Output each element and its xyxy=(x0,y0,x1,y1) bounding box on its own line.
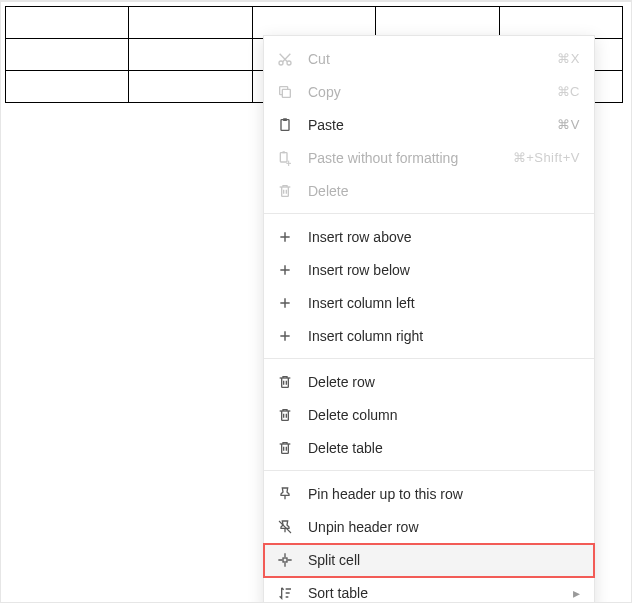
menu-item-pin-header[interactable]: Pin header up to this row xyxy=(264,477,594,510)
menu-separator xyxy=(264,470,594,471)
svg-rect-2 xyxy=(282,89,290,97)
svg-rect-5 xyxy=(280,152,287,161)
menu-item-paste[interactable]: Paste⌘V xyxy=(264,108,594,141)
menu-item-unpin-header[interactable]: Unpin header row xyxy=(264,510,594,543)
menu-item-label: Cut xyxy=(308,51,557,67)
svg-rect-3 xyxy=(281,119,289,130)
menu-item-shortcut: ⌘+Shift+V xyxy=(513,150,580,165)
trash-icon xyxy=(276,439,294,457)
cut-icon xyxy=(276,50,294,68)
plus-icon xyxy=(276,261,294,279)
menu-item-label: Sort table xyxy=(308,585,573,601)
menu-item-paste-plain: Paste without formatting⌘+Shift+V xyxy=(264,141,594,174)
menu-separator xyxy=(264,213,594,214)
svg-rect-4 xyxy=(283,118,287,121)
menu-item-delete: Delete xyxy=(264,174,594,207)
menu-item-label: Delete xyxy=(308,183,580,199)
svg-point-0 xyxy=(279,61,283,65)
submenu-arrow-icon: ▸ xyxy=(573,585,580,601)
menu-item-ins-row-above[interactable]: Insert row above xyxy=(264,220,594,253)
menu-item-label: Delete column xyxy=(308,407,580,423)
menu-separator xyxy=(264,358,594,359)
menu-item-label: Pin header up to this row xyxy=(308,486,580,502)
menu-item-split-cell[interactable]: Split cell xyxy=(264,543,594,576)
paste-plain-icon xyxy=(276,149,294,167)
menu-item-label: Insert column left xyxy=(308,295,580,311)
menu-item-sort-table[interactable]: Sort table▸ xyxy=(264,576,594,603)
trash-icon xyxy=(276,406,294,424)
menu-item-label: Copy xyxy=(308,84,557,100)
menu-item-label: Unpin header row xyxy=(308,519,580,535)
context-menu: Cut⌘XCopy⌘CPaste⌘VPaste without formatti… xyxy=(263,35,595,603)
menu-item-del-row[interactable]: Delete row xyxy=(264,365,594,398)
menu-item-copy: Copy⌘C xyxy=(264,75,594,108)
menu-item-label: Paste xyxy=(308,117,557,133)
menu-item-del-table[interactable]: Delete table xyxy=(264,431,594,464)
menu-item-shortcut: ⌘X xyxy=(557,51,580,66)
menu-item-label: Paste without formatting xyxy=(308,150,513,166)
menu-item-label: Insert column right xyxy=(308,328,580,344)
copy-icon xyxy=(276,83,294,101)
menu-item-del-col[interactable]: Delete column xyxy=(264,398,594,431)
menu-item-ins-row-below[interactable]: Insert row below xyxy=(264,253,594,286)
plus-icon xyxy=(276,294,294,312)
paste-icon xyxy=(276,116,294,134)
trash-icon xyxy=(276,373,294,391)
menu-item-label: Delete row xyxy=(308,374,580,390)
pin-icon xyxy=(276,485,294,503)
menu-item-shortcut: ⌘V xyxy=(557,117,580,132)
menu-item-ins-col-left[interactable]: Insert column left xyxy=(264,286,594,319)
menu-item-label: Split cell xyxy=(308,552,580,568)
svg-rect-6 xyxy=(282,151,285,153)
menu-item-label: Insert row below xyxy=(308,262,580,278)
menu-item-cut: Cut⌘X xyxy=(264,42,594,75)
trash-icon xyxy=(276,182,294,200)
split-icon xyxy=(276,551,294,569)
document-canvas: Cut⌘XCopy⌘CPaste⌘VPaste without formatti… xyxy=(0,0,632,603)
sort-icon xyxy=(276,584,294,602)
menu-item-shortcut: ⌘C xyxy=(557,84,580,99)
svg-rect-7 xyxy=(283,558,287,562)
svg-point-1 xyxy=(287,61,291,65)
plus-icon xyxy=(276,327,294,345)
unpin-icon xyxy=(276,518,294,536)
menu-item-ins-col-right[interactable]: Insert column right xyxy=(264,319,594,352)
menu-item-label: Delete table xyxy=(308,440,580,456)
menu-item-label: Insert row above xyxy=(308,229,580,245)
plus-icon xyxy=(276,228,294,246)
